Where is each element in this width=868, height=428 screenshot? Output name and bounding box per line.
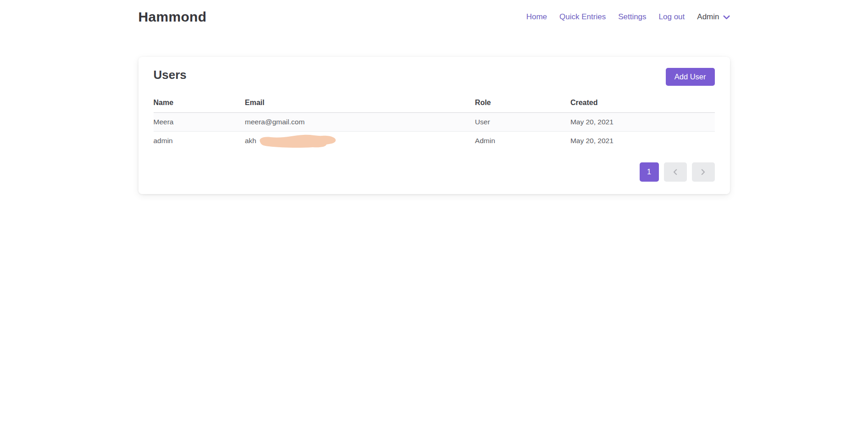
pagination: 1: [154, 162, 715, 182]
top-navbar: Hammond Home Quick Entries Settings Log …: [0, 0, 868, 32]
cell-role: User: [475, 113, 570, 132]
chevron-left-icon: [673, 169, 677, 175]
column-header-created: Created: [570, 96, 715, 113]
chevron-right-icon: [701, 169, 705, 175]
nav-quick-entries[interactable]: Quick Entries: [559, 12, 606, 22]
main-nav: Home Quick Entries Settings Log out Admi…: [526, 12, 730, 22]
cell-email-visible-text: akh: [245, 137, 256, 145]
page-title: Users: [154, 68, 187, 82]
column-header-name: Name: [154, 96, 245, 113]
pagination-prev-button[interactable]: [664, 162, 687, 182]
table-row[interactable]: admin akh Admin May 20, 2021: [154, 132, 715, 150]
cell-email: meera@gmail.com: [245, 113, 475, 132]
cell-name: admin: [154, 132, 245, 150]
pagination-page-1[interactable]: 1: [640, 162, 659, 182]
redaction-scribble: [257, 133, 339, 148]
cell-email: akh: [245, 132, 475, 150]
cell-name: Meera: [154, 113, 245, 132]
add-user-button[interactable]: Add User: [666, 68, 715, 86]
column-header-role: Role: [475, 96, 570, 113]
users-card: Users Add User Name Email Role Created M…: [138, 57, 730, 194]
page: Hammond Home Quick Entries Settings Log …: [0, 0, 868, 428]
nav-logout[interactable]: Log out: [659, 12, 685, 22]
users-table: Name Email Role Created Meera meera@gmai…: [154, 96, 715, 150]
user-menu[interactable]: Admin: [697, 12, 730, 22]
cell-created: May 20, 2021: [570, 113, 715, 132]
column-header-email: Email: [245, 96, 475, 113]
cell-role: Admin: [475, 132, 570, 150]
nav-home[interactable]: Home: [526, 12, 547, 22]
card-header-row: Users Add User: [154, 68, 715, 86]
chevron-down-icon: [723, 15, 730, 20]
brand-logo[interactable]: Hammond: [138, 9, 207, 25]
nav-settings[interactable]: Settings: [618, 12, 646, 22]
pagination-next-button[interactable]: [692, 162, 715, 182]
main-content: Users Add User Name Email Role Created M…: [0, 57, 868, 194]
table-header: Name Email Role Created: [154, 96, 715, 113]
table-row[interactable]: Meera meera@gmail.com User May 20, 2021: [154, 113, 715, 132]
user-menu-label: Admin: [697, 12, 719, 22]
cell-created: May 20, 2021: [570, 132, 715, 150]
